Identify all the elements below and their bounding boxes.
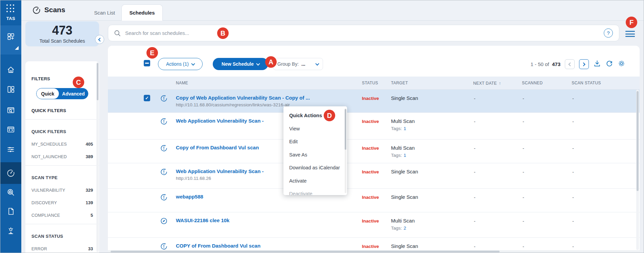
schedule-icon: [155, 90, 176, 112]
column-header-scan-status[interactable]: SCAN STATUS: [566, 81, 640, 85]
scan-status-cell: -: [566, 140, 640, 163]
toggle-advanced[interactable]: Advanced: [59, 88, 88, 99]
annotation-badge-e: E: [146, 47, 158, 59]
schedule-name-link[interactable]: WASUI-22186 clee 10k: [176, 217, 356, 223]
actions-button[interactable]: Actions (1): [158, 58, 203, 70]
filter-item-vulnerability[interactable]: VULNERABILITY 329: [31, 188, 93, 193]
page-header: Scans Scan List Schedules: [21, 0, 644, 21]
idea-icon[interactable]: [6, 227, 15, 235]
chevron-left-icon: [98, 38, 102, 41]
document-icon[interactable]: [6, 207, 15, 216]
annotation-badge-b: B: [217, 27, 229, 39]
group-by-dropdown[interactable]: Group By: ...: [273, 58, 323, 70]
chevron-right-icon: [581, 62, 585, 66]
table-row[interactable]: Copy of Web Application Vulnerability Sc…: [108, 90, 640, 113]
filter-section-heading: QUICK FILTERS: [31, 129, 93, 134]
next-date-cell: -: [467, 90, 516, 112]
settings-gear-icon[interactable]: [618, 60, 625, 69]
refresh-icon[interactable]: [605, 60, 613, 69]
table-row[interactable]: Web Application Vulnerability Scan - Ina…: [108, 113, 640, 140]
bug-search-icon[interactable]: [6, 188, 15, 197]
sidebar-item-scans-active[interactable]: [0, 162, 21, 184]
menu-item-deactivate[interactable]: Deactivate: [283, 187, 347, 195]
dashboard-icon[interactable]: [6, 85, 15, 94]
column-header-status[interactable]: STATUS: [356, 81, 385, 85]
web-code-icon[interactable]: [6, 125, 15, 134]
scan-status-cell: -: [566, 90, 640, 112]
filter-count: 5: [91, 213, 93, 218]
collapse-panel-button[interactable]: [95, 35, 104, 44]
filter-section-heading: SCAN TYPE: [31, 175, 93, 180]
tags-count-link[interactable]: 1: [404, 153, 406, 158]
filter-label: NOT_LAUNCHED: [31, 154, 67, 159]
menu-item-view[interactable]: View: [283, 122, 347, 135]
column-header-next-date[interactable]: NEXT DATE: [467, 81, 516, 86]
filters-scrollbar[interactable]: [96, 62, 99, 252]
tab-scan-list[interactable]: Scan List: [88, 4, 121, 21]
column-header-target[interactable]: TARGET: [385, 81, 467, 85]
quick-filters-subtitle: QUICK FILTERS: [31, 108, 93, 113]
toggle-quick[interactable]: Quick: [37, 88, 59, 99]
tab-schedules[interactable]: Schedules: [121, 4, 163, 21]
table-row[interactable]: Web Application Vulnerability Scan - htt…: [108, 163, 640, 189]
scan-status-cell: -: [566, 189, 640, 212]
column-header-name[interactable]: NAME: [176, 81, 356, 85]
schedule-icon: [155, 140, 176, 163]
filter-item-compliance[interactable]: COMPLIANCE 5: [31, 213, 93, 218]
table-row[interactable]: webapp588 Inactive Single Scan - - -: [108, 189, 640, 212]
table-horizontal-scrollbar[interactable]: [108, 250, 640, 253]
new-schedule-button[interactable]: New Schedule: [213, 58, 268, 70]
tags-count-link[interactable]: 1: [404, 126, 406, 131]
schedule-icon: [155, 113, 176, 139]
row-checkbox[interactable]: [144, 95, 150, 101]
table-header-row: NAME STATUS TARGET NEXT DATE SCANNED SCA…: [108, 77, 640, 90]
menu-item-save-as[interactable]: Save As: [283, 148, 347, 162]
table-row[interactable]: Copy of From Dashboard Vul scan Inactive…: [108, 140, 640, 163]
previous-page-button[interactable]: [565, 59, 575, 69]
filter-item-my-schedules[interactable]: MY_SCHEDULES 405: [31, 142, 93, 147]
schedule-name-link[interactable]: Copy of Web Application Vulnerability Sc…: [176, 95, 356, 101]
help-icon[interactable]: ?: [604, 28, 613, 38]
scanned-cell: -: [516, 113, 566, 139]
home-icon[interactable]: [6, 65, 15, 74]
total-schedules-count: 473: [25, 23, 99, 38]
filter-count: 405: [86, 142, 93, 147]
menu-item-download-icalendar[interactable]: Download as iCalendar: [283, 161, 347, 174]
menu-item-activate[interactable]: Activate: [283, 174, 347, 188]
chevron-down-icon: [315, 62, 319, 65]
select-all-checkbox[interactable]: [144, 60, 150, 66]
chevron-left-icon: [568, 62, 572, 66]
table-row[interactable]: WASUI-22186 clee 10k Inactive Multi Scan…: [108, 212, 640, 238]
target-type: Multi Scan: [391, 218, 467, 224]
table-vertical-scrollbar[interactable]: [636, 90, 639, 250]
sidebar-item-module-picker[interactable]: [0, 25, 21, 55]
schedule-icon: [155, 163, 176, 188]
filter-item-error[interactable]: ERROR 33: [31, 246, 93, 251]
filter-count: 389: [86, 154, 93, 159]
next-date-cell: -: [467, 140, 516, 163]
schedule-name-link[interactable]: COPY of From Dashboard Vul scan: [176, 243, 356, 249]
status-badge: Inactive: [356, 113, 385, 139]
filter-item-discovery[interactable]: DISCOVERY 139: [31, 200, 93, 205]
sliders-icon[interactable]: [6, 145, 15, 154]
target-type: Single Scan: [391, 95, 467, 101]
divider: [25, 224, 99, 224]
column-header-scanned[interactable]: SCANNED: [516, 81, 566, 85]
next-page-button[interactable]: [579, 59, 589, 69]
next-date-cell: -: [467, 113, 516, 139]
apps-grid-icon[interactable]: [6, 4, 15, 13]
menu-scrollbar[interactable]: [345, 108, 346, 193]
tags-count-link[interactable]: 2: [404, 226, 406, 231]
total-schedules-label: Total Scan Schedules: [25, 38, 99, 44]
hamburger-menu-icon[interactable]: [625, 31, 635, 37]
schedules-table-card: Actions (1) New Schedule Group By: ... 1…: [108, 46, 640, 253]
menu-item-edit[interactable]: Edit: [283, 135, 347, 148]
download-icon[interactable]: [593, 60, 601, 69]
filter-item-not-launched[interactable]: NOT_LAUNCHED 389: [31, 154, 93, 159]
annotation-badge-d: D: [324, 110, 335, 121]
search-input[interactable]: [125, 30, 604, 36]
menu-header-quick-actions: Quick Actions: [283, 109, 347, 122]
target-type: Single Scan: [391, 243, 467, 249]
filter-mode-toggle[interactable]: Quick Advanced: [36, 88, 88, 99]
web-search-icon[interactable]: [6, 106, 15, 115]
